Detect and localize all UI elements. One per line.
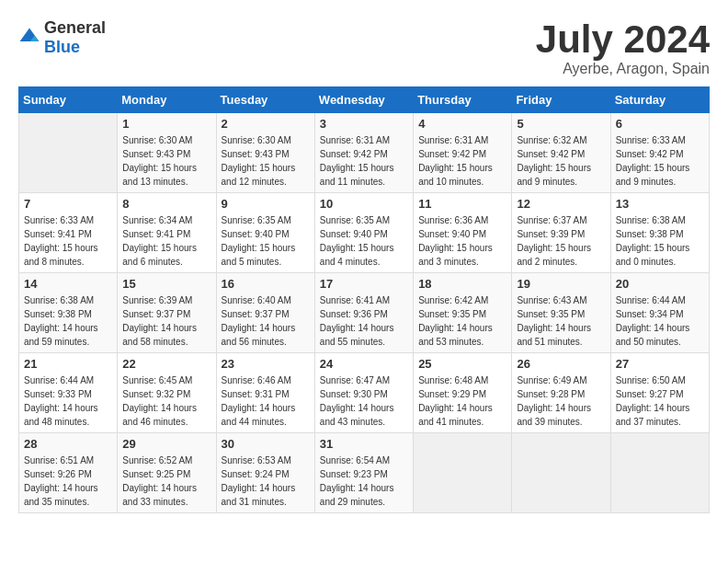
header-sunday: Sunday — [19, 87, 118, 113]
header-wednesday: Wednesday — [314, 87, 413, 113]
day-number: 9 — [222, 197, 310, 211]
logo-general: General — [44, 18, 106, 37]
cell-content: Sunrise: 6:43 AMSunset: 9:35 PMDaylight:… — [517, 293, 605, 349]
cell-content: Sunrise: 6:41 AMSunset: 9:36 PMDaylight:… — [320, 293, 408, 349]
day-number: 7 — [24, 197, 112, 211]
calendar-cell: 28Sunrise: 6:51 AMSunset: 9:26 PMDayligh… — [19, 433, 118, 513]
cell-content: Sunrise: 6:30 AMSunset: 9:43 PMDaylight:… — [122, 133, 210, 189]
cell-content: Sunrise: 6:38 AMSunset: 9:38 PMDaylight:… — [616, 213, 704, 269]
week-row-3: 14Sunrise: 6:38 AMSunset: 9:38 PMDayligh… — [19, 273, 710, 353]
header-tuesday: Tuesday — [216, 87, 314, 113]
day-number: 17 — [320, 277, 408, 291]
cell-content: Sunrise: 6:33 AMSunset: 9:41 PMDaylight:… — [24, 213, 112, 269]
day-number: 29 — [122, 437, 210, 451]
calendar-cell: 31Sunrise: 6:54 AMSunset: 9:23 PMDayligh… — [314, 433, 413, 513]
page-header: General Blue July 2024 Ayerbe, Aragon, S… — [18, 18, 710, 77]
cell-content: Sunrise: 6:44 AMSunset: 9:33 PMDaylight:… — [24, 373, 112, 429]
location: Ayerbe, Aragon, Spain — [536, 61, 710, 77]
day-number: 3 — [320, 117, 408, 131]
calendar-cell: 16Sunrise: 6:40 AMSunset: 9:37 PMDayligh… — [216, 273, 314, 353]
calendar-cell — [19, 113, 118, 193]
calendar-table: SundayMondayTuesdayWednesdayThursdayFrid… — [18, 86, 710, 513]
day-number: 10 — [320, 197, 408, 211]
calendar-cell: 22Sunrise: 6:45 AMSunset: 9:32 PMDayligh… — [118, 353, 216, 433]
cell-content: Sunrise: 6:45 AMSunset: 9:32 PMDaylight:… — [122, 373, 210, 429]
header-saturday: Saturday — [610, 87, 709, 113]
month-title: July 2024 — [536, 18, 710, 61]
day-number: 1 — [122, 117, 210, 131]
week-row-2: 7Sunrise: 6:33 AMSunset: 9:41 PMDaylight… — [19, 193, 710, 273]
day-number: 14 — [24, 277, 112, 291]
calendar-cell: 4Sunrise: 6:31 AMSunset: 9:42 PMDaylight… — [414, 113, 512, 193]
day-number: 20 — [616, 277, 704, 291]
cell-content: Sunrise: 6:38 AMSunset: 9:38 PMDaylight:… — [24, 293, 112, 349]
day-number: 31 — [320, 437, 408, 451]
day-number: 23 — [222, 357, 310, 371]
cell-content: Sunrise: 6:49 AMSunset: 9:28 PMDaylight:… — [517, 373, 605, 429]
day-number: 8 — [122, 197, 210, 211]
day-number: 18 — [418, 277, 506, 291]
calendar-cell: 8Sunrise: 6:34 AMSunset: 9:41 PMDaylight… — [118, 193, 216, 273]
header-monday: Monday — [118, 87, 216, 113]
calendar-cell: 5Sunrise: 6:32 AMSunset: 9:42 PMDaylight… — [512, 113, 610, 193]
calendar-cell: 27Sunrise: 6:50 AMSunset: 9:27 PMDayligh… — [610, 353, 709, 433]
calendar-cell: 23Sunrise: 6:46 AMSunset: 9:31 PMDayligh… — [216, 353, 314, 433]
day-number: 2 — [222, 117, 310, 131]
day-number: 11 — [418, 197, 506, 211]
cell-content: Sunrise: 6:39 AMSunset: 9:37 PMDaylight:… — [122, 293, 210, 349]
cell-content: Sunrise: 6:31 AMSunset: 9:42 PMDaylight:… — [418, 133, 506, 189]
day-number: 30 — [222, 437, 310, 451]
day-number: 22 — [122, 357, 210, 371]
logo-text: General Blue — [44, 18, 106, 57]
logo-icon — [18, 27, 40, 49]
calendar-cell: 9Sunrise: 6:35 AMSunset: 9:40 PMDaylight… — [216, 193, 314, 273]
calendar-cell: 14Sunrise: 6:38 AMSunset: 9:38 PMDayligh… — [19, 273, 118, 353]
cell-content: Sunrise: 6:40 AMSunset: 9:37 PMDaylight:… — [222, 293, 310, 349]
cell-content: Sunrise: 6:47 AMSunset: 9:30 PMDaylight:… — [320, 373, 408, 429]
header-row: SundayMondayTuesdayWednesdayThursdayFrid… — [19, 87, 710, 113]
cell-content: Sunrise: 6:34 AMSunset: 9:41 PMDaylight:… — [122, 213, 210, 269]
calendar-cell: 2Sunrise: 6:30 AMSunset: 9:43 PMDaylight… — [216, 113, 314, 193]
calendar-cell — [610, 433, 709, 513]
calendar-cell: 25Sunrise: 6:48 AMSunset: 9:29 PMDayligh… — [414, 353, 512, 433]
day-number: 27 — [616, 357, 704, 371]
cell-content: Sunrise: 6:54 AMSunset: 9:23 PMDaylight:… — [320, 454, 408, 509]
cell-content: Sunrise: 6:46 AMSunset: 9:31 PMDaylight:… — [222, 373, 310, 429]
week-row-1: 1Sunrise: 6:30 AMSunset: 9:43 PMDaylight… — [19, 113, 710, 193]
day-number: 25 — [418, 357, 506, 371]
cell-content: Sunrise: 6:48 AMSunset: 9:29 PMDaylight:… — [418, 373, 506, 429]
calendar-cell: 20Sunrise: 6:44 AMSunset: 9:34 PMDayligh… — [610, 273, 709, 353]
calendar-cell: 7Sunrise: 6:33 AMSunset: 9:41 PMDaylight… — [19, 193, 118, 273]
day-number: 28 — [24, 437, 112, 451]
calendar-cell: 18Sunrise: 6:42 AMSunset: 9:35 PMDayligh… — [414, 273, 512, 353]
calendar-cell: 3Sunrise: 6:31 AMSunset: 9:42 PMDaylight… — [314, 113, 413, 193]
cell-content: Sunrise: 6:52 AMSunset: 9:25 PMDaylight:… — [122, 454, 210, 509]
calendar-cell: 19Sunrise: 6:43 AMSunset: 9:35 PMDayligh… — [512, 273, 610, 353]
day-number: 6 — [616, 117, 704, 131]
day-number: 19 — [517, 277, 605, 291]
cell-content: Sunrise: 6:50 AMSunset: 9:27 PMDaylight:… — [616, 373, 704, 429]
cell-content: Sunrise: 6:35 AMSunset: 9:40 PMDaylight:… — [222, 213, 310, 269]
header-thursday: Thursday — [414, 87, 512, 113]
cell-content: Sunrise: 6:53 AMSunset: 9:24 PMDaylight:… — [222, 454, 310, 509]
week-row-5: 28Sunrise: 6:51 AMSunset: 9:26 PMDayligh… — [19, 433, 710, 513]
cell-content: Sunrise: 6:51 AMSunset: 9:26 PMDaylight:… — [24, 454, 112, 509]
calendar-cell: 11Sunrise: 6:36 AMSunset: 9:40 PMDayligh… — [414, 193, 512, 273]
cell-content: Sunrise: 6:37 AMSunset: 9:39 PMDaylight:… — [517, 213, 605, 269]
day-number: 12 — [517, 197, 605, 211]
calendar-cell: 17Sunrise: 6:41 AMSunset: 9:36 PMDayligh… — [314, 273, 413, 353]
logo: General Blue — [18, 18, 106, 57]
cell-content: Sunrise: 6:36 AMSunset: 9:40 PMDaylight:… — [418, 213, 506, 269]
calendar-cell: 6Sunrise: 6:33 AMSunset: 9:42 PMDaylight… — [610, 113, 709, 193]
week-row-4: 21Sunrise: 6:44 AMSunset: 9:33 PMDayligh… — [19, 353, 710, 433]
calendar-cell: 15Sunrise: 6:39 AMSunset: 9:37 PMDayligh… — [118, 273, 216, 353]
day-number: 4 — [418, 117, 506, 131]
day-number: 24 — [320, 357, 408, 371]
header-friday: Friday — [512, 87, 610, 113]
cell-content: Sunrise: 6:30 AMSunset: 9:43 PMDaylight:… — [222, 133, 310, 189]
day-number: 15 — [122, 277, 210, 291]
calendar-cell — [512, 433, 610, 513]
day-number: 5 — [517, 117, 605, 131]
day-number: 13 — [616, 197, 704, 211]
calendar-cell: 12Sunrise: 6:37 AMSunset: 9:39 PMDayligh… — [512, 193, 610, 273]
